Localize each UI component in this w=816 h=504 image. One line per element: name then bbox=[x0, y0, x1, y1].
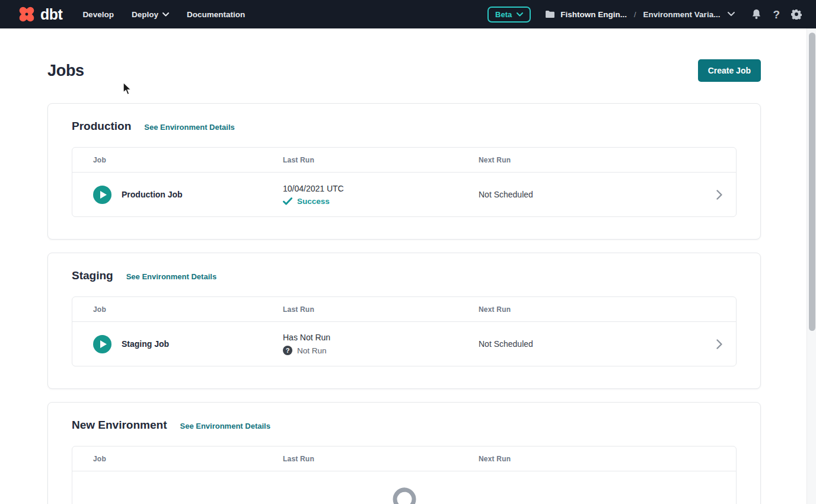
column-header-last-run: Last Run bbox=[283, 305, 479, 314]
page-header: Jobs Create Job bbox=[47, 59, 761, 82]
create-job-button[interactable]: Create Job bbox=[698, 59, 761, 82]
environment-cards: Production See Environment Details Job L… bbox=[47, 103, 761, 504]
last-run-status: ? Not Run bbox=[283, 346, 479, 355]
table-header-row: Job Last Run Next Run bbox=[72, 148, 736, 172]
dbt-brand[interactable]: dbt bbox=[17, 4, 62, 24]
page-title: Jobs bbox=[47, 62, 84, 80]
column-header-next-run: Next Run bbox=[479, 455, 703, 463]
chevron-right-icon[interactable] bbox=[716, 339, 722, 349]
column-header-last-run: Last Run bbox=[283, 156, 479, 164]
question-mark-icon[interactable]: ? bbox=[773, 9, 780, 20]
table-header-row: Job Last Run Next Run bbox=[72, 297, 736, 321]
next-run-cell: Not Scheduled bbox=[479, 190, 703, 199]
see-environment-details-link[interactable]: See Environment Details bbox=[180, 422, 270, 430]
jobs-table: Job Last Run Next Run Production Job bbox=[72, 147, 737, 217]
row-chevron-cell bbox=[703, 339, 736, 349]
jobs-page: Jobs Create Job Production See Environme… bbox=[0, 28, 807, 504]
primary-nav: Develop Deploy Documentation bbox=[82, 10, 245, 19]
svg-text:?: ? bbox=[286, 347, 290, 354]
last-run-date: Has Not Run bbox=[283, 333, 479, 342]
nav-utility-icons: ? bbox=[751, 9, 802, 20]
environment-name: New Environment bbox=[72, 419, 167, 432]
column-header-job: Job bbox=[72, 305, 283, 314]
environment-name: Staging bbox=[72, 269, 113, 282]
check-icon bbox=[283, 197, 292, 205]
column-header-job: Job bbox=[72, 156, 283, 164]
column-header-next-run: Next Run bbox=[479, 156, 703, 164]
chevron-down-icon bbox=[728, 12, 735, 17]
column-header-last-run: Last Run bbox=[283, 455, 479, 463]
environment-name: Production bbox=[72, 120, 131, 133]
last-run-cell: 10/04/2021 UTC Success bbox=[283, 184, 479, 206]
card-header: Production See Environment Details bbox=[72, 120, 737, 133]
breadcrumb[interactable]: Fishtown Engin... / Environment Varia... bbox=[545, 10, 735, 19]
beta-dropdown-button[interactable]: Beta bbox=[487, 7, 531, 23]
environment-card-production: Production See Environment Details Job L… bbox=[47, 103, 761, 240]
chevron-right-icon[interactable] bbox=[716, 190, 722, 200]
job-name: Production Job bbox=[122, 190, 183, 199]
scrollbar-thumb[interactable] bbox=[809, 33, 815, 331]
question-circle-icon: ? bbox=[283, 346, 292, 355]
top-navigation-bar: dbt Develop Deploy Documentation Beta Fi… bbox=[0, 0, 816, 28]
gear-icon[interactable] bbox=[791, 9, 802, 20]
chevron-down-icon bbox=[162, 12, 169, 17]
jobs-table: Job Last Run Next Run Staging Job bbox=[72, 296, 737, 366]
nav-item-develop[interactable]: Develop bbox=[82, 10, 114, 19]
status-badge: Not Run bbox=[297, 346, 327, 355]
last-run-status: Success bbox=[283, 197, 479, 206]
folder-icon bbox=[545, 10, 555, 18]
empty-jobs-placeholder bbox=[72, 471, 736, 504]
column-header-next-run: Next Run bbox=[479, 305, 703, 314]
job-cell: Production Job bbox=[72, 186, 283, 204]
chevron-down-icon bbox=[517, 12, 523, 17]
breadcrumb-account[interactable]: Fishtown Engin... bbox=[560, 10, 627, 19]
row-chevron-cell bbox=[703, 190, 736, 200]
job-cell: Staging Job bbox=[72, 335, 283, 353]
bell-icon[interactable] bbox=[751, 9, 761, 20]
play-circle-icon[interactable] bbox=[93, 186, 111, 204]
status-badge: Success bbox=[297, 197, 330, 206]
table-header-row: Job Last Run Next Run bbox=[72, 446, 736, 471]
breadcrumb-separator: / bbox=[634, 10, 636, 19]
table-row[interactable]: Production Job 10/04/2021 UTC Success No… bbox=[72, 172, 736, 216]
table-row[interactable]: Staging Job Has Not Run ? Not Run bbox=[72, 321, 736, 366]
nav-right-group: Beta Fishtown Engin... / Environment Var… bbox=[487, 7, 802, 23]
breadcrumb-current-page[interactable]: Environment Varia... bbox=[643, 10, 721, 19]
column-header-job: Job bbox=[72, 455, 283, 463]
nav-item-deploy[interactable]: Deploy bbox=[132, 10, 169, 19]
card-header: Staging See Environment Details bbox=[72, 269, 737, 282]
ring-icon bbox=[391, 484, 418, 504]
environment-card-new-environment: New Environment See Environment Details … bbox=[47, 402, 761, 504]
brand-name: dbt bbox=[40, 6, 62, 23]
nav-item-documentation[interactable]: Documentation bbox=[187, 10, 245, 19]
job-name: Staging Job bbox=[122, 339, 169, 349]
last-run-date: 10/04/2021 UTC bbox=[283, 184, 479, 193]
page-scrollbar[interactable] bbox=[807, 28, 816, 504]
jobs-table: Job Last Run Next Run bbox=[72, 446, 737, 504]
last-run-cell: Has Not Run ? Not Run bbox=[283, 333, 479, 355]
dbt-logo-icon bbox=[17, 4, 37, 24]
next-run-cell: Not Scheduled bbox=[479, 339, 703, 349]
card-header: New Environment See Environment Details bbox=[72, 419, 737, 432]
play-circle-icon[interactable] bbox=[93, 335, 111, 353]
environment-card-staging: Staging See Environment Details Job Last… bbox=[47, 253, 761, 389]
see-environment-details-link[interactable]: See Environment Details bbox=[144, 123, 234, 132]
see-environment-details-link[interactable]: See Environment Details bbox=[126, 272, 216, 281]
